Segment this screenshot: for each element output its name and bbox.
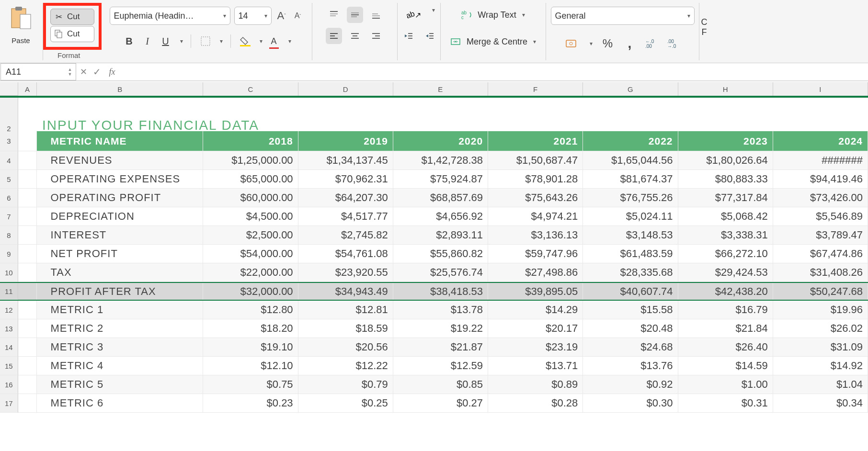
cell-C5[interactable]: $65,000.00 (203, 170, 298, 189)
cell-C7[interactable]: $4,500.00 (203, 207, 298, 226)
col-header-I[interactable]: I (773, 82, 868, 96)
cell-E8[interactable]: $2,893.11 (393, 226, 488, 245)
col-header-B[interactable]: B (37, 82, 203, 96)
cell-E6[interactable]: $68,857.69 (393, 189, 488, 207)
cell-I14[interactable]: $31.09 (773, 338, 868, 357)
cell-A6[interactable] (18, 189, 37, 207)
row-header-11[interactable]: 11 (0, 283, 18, 300)
decrease-indent-button[interactable] (400, 28, 417, 44)
cell-H5[interactable]: $80,883.33 (678, 170, 773, 189)
row-header-14[interactable]: 14 (0, 338, 18, 357)
cell-C17[interactable]: $0.23 (203, 394, 298, 413)
cell-H6[interactable]: $77,317.84 (678, 189, 773, 207)
cancel-icon[interactable]: ✕ (77, 67, 90, 77)
align-top-button[interactable] (326, 7, 342, 23)
cell-F14[interactable]: $23.19 (488, 338, 583, 357)
cell-D15[interactable]: $12.22 (298, 357, 393, 375)
number-format-dropdown[interactable]: General ▾ (551, 7, 695, 25)
cell-A16[interactable] (18, 375, 37, 394)
cell-metric-16[interactable]: METRIC 5 (37, 375, 203, 394)
cell-C15[interactable]: $12.10 (203, 357, 298, 375)
cell-E7[interactable]: $4,656.92 (393, 207, 488, 226)
cell-G8[interactable]: $3,148.53 (583, 226, 678, 245)
header-2021[interactable]: 2021 (488, 131, 583, 151)
bold-button[interactable]: B (123, 34, 136, 48)
cell-A4[interactable] (18, 151, 37, 170)
cell-G12[interactable]: $15.58 (583, 301, 678, 319)
cell-G7[interactable]: $5,024.11 (583, 207, 678, 226)
cell-C8[interactable]: $2,500.00 (203, 226, 298, 245)
cell-metric-13[interactable]: METRIC 2 (37, 319, 203, 338)
cell-F8[interactable]: $3,136.13 (488, 226, 583, 245)
cell-E5[interactable]: $75,924.87 (393, 170, 488, 189)
row-header-3[interactable]: 3 (0, 131, 18, 151)
cell-F16[interactable]: $0.89 (488, 375, 583, 394)
cell-E9[interactable]: $55,860.82 (393, 245, 488, 263)
row-header-2[interactable]: 2 (0, 98, 18, 133)
cell-H4[interactable]: $1,80,026.64 (678, 151, 773, 170)
cell-H14[interactable]: $26.40 (678, 338, 773, 357)
cell-C10[interactable]: $22,000.00 (203, 263, 298, 282)
cell-I7[interactable]: $5,546.89 (773, 207, 868, 226)
cell-A8[interactable] (18, 226, 37, 245)
col-header-H[interactable]: H (678, 82, 773, 96)
cell-D16[interactable]: $0.79 (298, 375, 393, 394)
increase-decimal-button[interactable]: ←.0.00 (645, 37, 659, 50)
align-center-button[interactable] (347, 28, 363, 44)
cell-D7[interactable]: $4,517.77 (298, 207, 393, 226)
borders-button[interactable] (199, 34, 212, 48)
cell-metric-9[interactable]: NET PROFIT (37, 245, 203, 263)
cell-G4[interactable]: $1,65,044.56 (583, 151, 678, 170)
cell-metric-10[interactable]: TAX (37, 263, 203, 282)
italic-button[interactable]: I (141, 34, 154, 48)
cell-metric-15[interactable]: METRIC 4 (37, 357, 203, 375)
cell-D12[interactable]: $12.81 (298, 301, 393, 319)
col-header-G[interactable]: G (583, 82, 678, 96)
cell-F13[interactable]: $20.17 (488, 319, 583, 338)
row-header-17[interactable]: 17 (0, 394, 18, 413)
cell-G6[interactable]: $76,755.26 (583, 189, 678, 207)
fill-color-button[interactable] (239, 34, 252, 48)
cell-E16[interactable]: $0.85 (393, 375, 488, 394)
cell-I9[interactable]: $67,474.86 (773, 245, 868, 263)
name-box[interactable]: A11 ▲▼ (0, 63, 76, 80)
cell-F17[interactable]: $0.28 (488, 394, 583, 413)
cell-metric-17[interactable]: METRIC 6 (37, 394, 203, 413)
cell-D10[interactable]: $23,920.55 (298, 263, 393, 282)
cell-D8[interactable]: $2,745.82 (298, 226, 393, 245)
font-name-dropdown[interactable]: Euphemia (Headin… ▾ (110, 7, 230, 25)
cell-F4[interactable]: $1,50,687.47 (488, 151, 583, 170)
cell-metric-5[interactable]: OPERATING EXPENSES (37, 170, 203, 189)
cell-G14[interactable]: $24.68 (583, 338, 678, 357)
cell-A2[interactable] (18, 98, 37, 133)
font-color-button[interactable]: A (267, 34, 281, 48)
cell-H13[interactable]: $21.84 (678, 319, 773, 338)
merge-center-button[interactable]: Merge & Centre ▾ (450, 33, 536, 51)
chevron-down-icon[interactable]: ▾ (217, 38, 223, 45)
cell-H7[interactable]: $5,068.42 (678, 207, 773, 226)
cell-D4[interactable]: $1,34,137.45 (298, 151, 393, 170)
decrease-font-icon[interactable]: Aˇ (292, 10, 304, 22)
format-painter-label[interactable]: Format (57, 51, 80, 59)
cell-A10[interactable] (18, 263, 37, 282)
cell-H17[interactable]: $0.31 (678, 394, 773, 413)
cell-E4[interactable]: $1,42,728.38 (393, 151, 488, 170)
cell-A12[interactable] (18, 301, 37, 319)
row-header-16[interactable]: 16 (0, 375, 18, 394)
cell-metric-6[interactable]: OPERATING PROFIT (37, 189, 203, 207)
header-2023[interactable]: 2023 (678, 131, 773, 151)
cell-metric-8[interactable]: INTEREST (37, 226, 203, 245)
cell-F11[interactable]: $39,895.05 (488, 283, 583, 300)
cell-E15[interactable]: $12.59 (393, 357, 488, 375)
col-header-A[interactable]: A (18, 82, 37, 96)
decrease-decimal-button[interactable]: .00→.0 (667, 37, 681, 50)
chevron-down-icon[interactable]: ▾ (587, 40, 593, 47)
align-left-button[interactable] (326, 28, 342, 44)
col-header-C[interactable]: C (203, 82, 298, 96)
col-header-E[interactable]: E (393, 82, 488, 96)
increase-indent-button[interactable] (422, 28, 438, 44)
cell-metric-4[interactable]: REVENUES (37, 151, 203, 170)
cell-D6[interactable]: $64,207.30 (298, 189, 393, 207)
cell-G11[interactable]: $40,607.74 (583, 283, 678, 300)
percent-button[interactable]: % (601, 37, 615, 50)
